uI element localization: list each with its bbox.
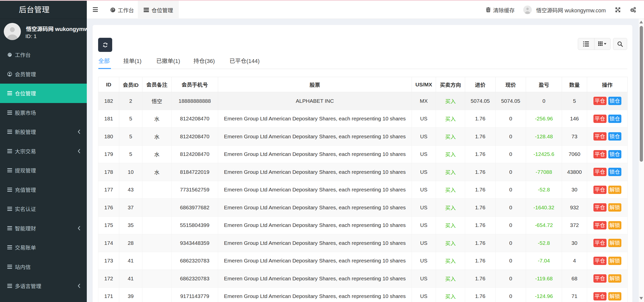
cell-member-id: 35 xyxy=(119,216,142,234)
filter-tab-cancelled[interactable]: 已撤单(1) xyxy=(156,55,180,69)
table-row-173[interactable]: 173416862320783Emeren Group Ltd American… xyxy=(98,252,628,270)
lock-position-button[interactable]: 锁仓 xyxy=(608,150,621,158)
cell-entry-price: 1.76 xyxy=(465,110,496,128)
row-actions: 平仓解锁 xyxy=(587,287,628,302)
lock-position-button[interactable]: 锁仓 xyxy=(608,97,621,105)
cell-entry-price: 1.76 xyxy=(465,199,496,217)
unlock-position-button[interactable]: 解锁 xyxy=(608,257,621,265)
chevron-left-icon xyxy=(77,129,80,134)
bars-icon xyxy=(7,245,12,249)
sidebar-item-withdrawals[interactable]: 提现管理 xyxy=(0,161,87,180)
close-position-button[interactable]: 平仓 xyxy=(593,257,607,265)
tab-workbench[interactable]: 工作台 xyxy=(110,1,134,19)
unlock-position-button[interactable]: 解锁 xyxy=(608,239,621,247)
cell-direction: 买入 xyxy=(436,216,465,234)
topbar-avatar[interactable] xyxy=(523,1,532,19)
filter-tab-closed[interactable]: 已平仓(144) xyxy=(229,55,260,69)
close-position-button[interactable]: 平仓 xyxy=(593,97,607,105)
scrollbar-thumb[interactable] xyxy=(640,26,643,162)
filter-tab-pending[interactable]: 挂单(1) xyxy=(123,55,142,69)
sidebar-item-trade-bills[interactable]: 交易账单 xyxy=(0,238,87,257)
cell-direction: 买入 xyxy=(436,252,465,270)
table-row-182[interactable]: 1822悟空18888888888ALPHABET INCMX买入5074.05… xyxy=(98,92,628,110)
cell-market: US xyxy=(412,216,436,234)
unlock-position-button[interactable]: 解锁 xyxy=(608,221,621,229)
cell-phone: 8124208470 xyxy=(172,110,218,128)
table-row-177[interactable]: 177437731562759Emeren Group Ltd American… xyxy=(98,181,628,199)
table-row-176[interactable]: 176376863977682Emeren Group Ltd American… xyxy=(98,199,628,217)
cell-id: 179 xyxy=(98,145,119,163)
sidebar-item-label: 提现管理 xyxy=(15,166,36,174)
scrollbar-down-arrow[interactable] xyxy=(639,297,643,300)
table-row-181[interactable]: 1815水8124208470Emeren Group Ltd American… xyxy=(98,110,628,128)
clear-cache-button[interactable]: 清除缓存 xyxy=(486,1,515,19)
unlock-position-button[interactable]: 解锁 xyxy=(608,186,621,194)
sidebar-item-positions[interactable]: 仓位管理 xyxy=(0,84,87,103)
cell-current-price: 0 xyxy=(496,163,526,181)
sidebar-item-block-trade[interactable]: 大宗交易 xyxy=(0,142,87,161)
sidebar-menu: 工作台会员管理仓位管理股票市场新股管理大宗交易提现管理充值管理实名认证智能理财交… xyxy=(0,45,87,296)
close-position-button[interactable]: 平仓 xyxy=(593,221,607,229)
close-position-button[interactable]: 平仓 xyxy=(593,132,607,141)
unlock-position-button[interactable]: 解锁 xyxy=(608,274,621,283)
table-row-172[interactable]: 172416862320783Emeren Group Ltd American… xyxy=(98,270,628,288)
chevron-left-icon xyxy=(77,149,80,153)
search-button[interactable] xyxy=(613,38,627,50)
bars-icon xyxy=(7,207,12,211)
lock-position-button[interactable]: 锁仓 xyxy=(608,115,621,123)
cell-current-price: 0 xyxy=(496,270,526,288)
table-row-175[interactable]: 175355515804399Emeren Group Ltd American… xyxy=(98,216,628,234)
columns-dropdown-button[interactable] xyxy=(594,38,611,50)
table-row-180[interactable]: 1805水8124208470Emeren Group Ltd American… xyxy=(98,128,628,146)
col-header-phone: 会员手机号 xyxy=(172,77,218,92)
sidebar-item-members[interactable]: 会员管理 xyxy=(0,64,87,84)
close-position-button[interactable]: 平仓 xyxy=(593,274,607,283)
cell-id: 181 xyxy=(98,110,119,128)
close-position-button[interactable]: 平仓 xyxy=(593,168,607,176)
row-actions: 平仓解锁 xyxy=(587,181,628,199)
unlock-position-button[interactable]: 解锁 xyxy=(608,203,621,212)
cell-current-price: 0 xyxy=(496,110,526,128)
close-position-button[interactable]: 平仓 xyxy=(593,292,607,300)
list-view-button[interactable] xyxy=(578,38,594,50)
sidebar-toggle-icon[interactable] xyxy=(93,7,98,12)
main-content: 全部挂单(1)已撤单(1)持仓(36)已平仓(144) ID会员ID会员备注会员… xyxy=(87,19,639,302)
topbar-user-name[interactable]: 悟空源码网 wukongymw.com xyxy=(536,1,606,19)
bars-icon xyxy=(7,265,12,269)
table-row-179[interactable]: 1795水8124208470Emeren Group Ltd American… xyxy=(98,145,628,163)
filter-tab-holding[interactable]: 持仓(36) xyxy=(193,55,215,69)
sidebar-item-languages[interactable]: 多语言管理 xyxy=(0,276,87,296)
refresh-button[interactable] xyxy=(98,38,112,52)
cell-current-price: 0 xyxy=(496,234,526,252)
close-position-button[interactable]: 平仓 xyxy=(593,239,607,247)
cell-entry-price: 1.76 xyxy=(465,181,496,199)
lock-position-button[interactable]: 锁仓 xyxy=(608,132,621,141)
close-position-button[interactable]: 平仓 xyxy=(593,186,607,194)
unlock-position-button[interactable]: 解锁 xyxy=(608,292,621,300)
table-row-174[interactable]: 174289343448359Emeren Group Ltd American… xyxy=(98,234,628,252)
table-row-178[interactable]: 17810水8184722019Emeren Group Ltd America… xyxy=(98,163,628,181)
sidebar-item-smart-finance[interactable]: 智能理财 xyxy=(0,219,87,238)
scrollbar-up-arrow[interactable] xyxy=(639,21,643,23)
cell-stock: Emeren Group Ltd American Depositary Sha… xyxy=(218,234,412,252)
sidebar-item-new-shares[interactable]: 新股管理 xyxy=(0,122,87,142)
close-position-button[interactable]: 平仓 xyxy=(593,203,607,212)
bars-icon xyxy=(7,111,12,115)
sidebar-item-kyc[interactable]: 实名认证 xyxy=(0,199,87,219)
cell-market: US xyxy=(412,163,436,181)
sidebar-item-workbench[interactable]: 工作台 xyxy=(0,45,87,64)
fullscreen-icon[interactable] xyxy=(615,1,621,19)
close-position-button[interactable]: 平仓 xyxy=(593,150,607,158)
sidebar-item-stock-market[interactable]: 股票市场 xyxy=(0,103,87,122)
filter-tab-all[interactable]: 全部 xyxy=(98,55,110,69)
table-row-171[interactable]: 171399171143779Emeren Group Ltd American… xyxy=(98,287,628,302)
close-position-button[interactable]: 平仓 xyxy=(593,115,607,123)
settings-gears-icon[interactable] xyxy=(630,1,636,19)
lock-position-button[interactable]: 锁仓 xyxy=(608,168,621,176)
sidebar-item-recharge[interactable]: 充值管理 xyxy=(0,180,87,199)
tab-position-management[interactable]: 仓位管理 xyxy=(138,1,179,19)
sidebar-item-label: 交易账单 xyxy=(15,244,36,251)
sidebar-item-site-mail[interactable]: 站内信 xyxy=(0,257,87,277)
page-scrollbar[interactable] xyxy=(639,19,644,302)
cell-stock: Emeren Group Ltd American Depositary Sha… xyxy=(218,128,412,146)
